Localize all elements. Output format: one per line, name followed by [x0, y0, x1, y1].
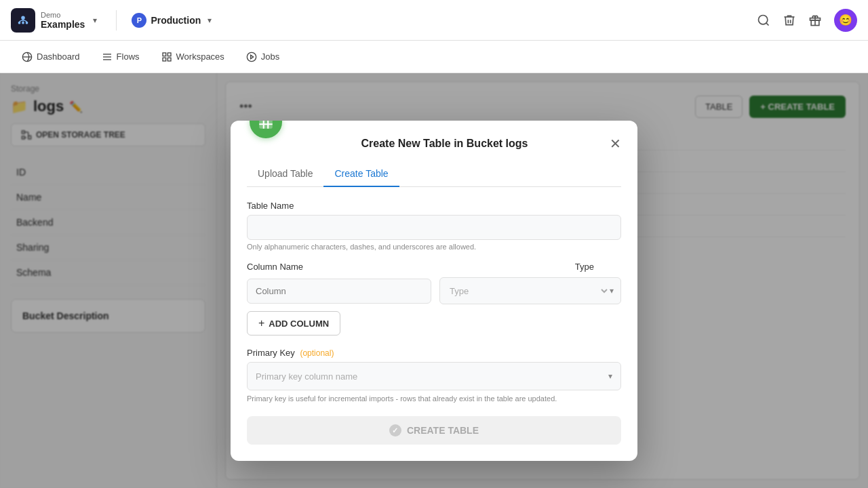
svg-point-1 — [18, 21, 21, 24]
column-row: Type STRING INTEGER FLOAT BOOLEAN ▾ — [247, 277, 621, 304]
workspaces-nav-label: Workspaces — [176, 52, 224, 62]
primary-key-chevron-icon: ▾ — [608, 371, 612, 381]
jobs-nav-label: Jobs — [261, 52, 279, 62]
add-column-plus-icon: + — [258, 317, 264, 329]
modal-title: Create New Table in Bucket logs — [361, 138, 528, 150]
svg-point-0 — [21, 16, 25, 19]
svg-rect-19 — [163, 58, 166, 61]
svg-point-21 — [247, 52, 256, 61]
add-column-button[interactable]: + ADD COLUMN — [247, 311, 340, 336]
primary-key-hint: Primary key is useful for incremental im… — [247, 394, 621, 403]
table-name-label: Table Name — [247, 201, 621, 211]
flows-nav-label: Flows — [117, 52, 140, 62]
modal-tabs: Upload Table Create Table — [247, 161, 621, 187]
modal-header: Create New Table in Bucket logs ✕ — [231, 121, 637, 150]
create-table-modal: Create New Table in Bucket logs ✕ Upload… — [231, 121, 637, 461]
jobs-icon — [246, 52, 257, 62]
nav-demo-label: Demo — [41, 11, 85, 19]
dashboard-nav-label: Dashboard — [37, 52, 80, 62]
table-name-hint: Only alphanumeric characters, dashes, an… — [247, 243, 621, 251]
submit-check-icon: ✓ — [389, 424, 401, 436]
table-name-input[interactable] — [247, 215, 621, 240]
columns-label-row: Column Name Type — [247, 262, 621, 272]
svg-rect-18 — [167, 53, 171, 56]
column-name-label: Column Name — [247, 262, 303, 272]
tab-upload-table[interactable]: Upload Table — [247, 161, 323, 187]
create-table-submit-label: CREATE TABLE — [407, 425, 479, 436]
workspaces-icon — [161, 52, 172, 62]
svg-rect-20 — [167, 58, 171, 61]
env-badge: P — [132, 13, 146, 28]
primary-key-select-wrapper[interactable]: Primary key column name ▾ — [247, 362, 621, 390]
type-select[interactable]: Type STRING INTEGER FLOAT BOOLEAN — [447, 285, 610, 297]
primary-key-section: Primary Key (optional) Primary key colum… — [247, 348, 621, 403]
svg-point-3 — [26, 21, 28, 24]
search-button[interactable] — [757, 14, 770, 27]
column-name-input[interactable] — [247, 279, 431, 304]
optional-badge: (optional) — [300, 348, 334, 358]
svg-line-8 — [766, 22, 769, 25]
type-chevron-icon: ▾ — [610, 286, 614, 296]
dashboard-icon — [22, 52, 33, 62]
tab-create-table[interactable]: Create Table — [323, 161, 399, 187]
nav-right: 😊 — [757, 9, 857, 32]
type-select-wrapper: Type STRING INTEGER FLOAT BOOLEAN ▾ — [439, 277, 621, 304]
nav-brand: Demo Examples — [41, 11, 85, 30]
secondary-nav: Dashboard Flows Workspaces Jobs — [0, 41, 868, 73]
modal-body: Table Name Only alphanumeric characters,… — [231, 187, 637, 461]
modal-footer: ✓ CREATE TABLE — [247, 416, 621, 445]
add-column-btn-label: ADD COLUMN — [269, 319, 329, 329]
svg-line-4 — [20, 20, 24, 22]
nav-env-selector[interactable]: P Production ▾ — [125, 10, 218, 30]
user-avatar[interactable]: 😊 — [834, 9, 857, 32]
svg-rect-17 — [163, 53, 166, 56]
logo-icon — [11, 8, 35, 33]
top-nav: Demo Examples ▾ P Production ▾ 😊 — [0, 0, 868, 41]
type-label: Type — [575, 262, 594, 272]
modal-close-button[interactable]: ✕ — [610, 137, 621, 150]
svg-marker-22 — [251, 55, 254, 58]
nav-divider — [116, 10, 117, 30]
svg-line-6 — [23, 20, 27, 22]
svg-point-2 — [22, 21, 24, 24]
env-chevron-icon: ▾ — [208, 16, 212, 25]
primary-key-placeholder: Primary key column name — [256, 371, 608, 382]
nav-logo[interactable]: Demo Examples ▾ — [11, 8, 97, 33]
flows-nav-item[interactable]: Flows — [94, 47, 148, 66]
trash-button[interactable] — [783, 14, 796, 27]
dashboard-nav-item[interactable]: Dashboard — [14, 47, 88, 66]
create-table-submit-button[interactable]: ✓ CREATE TABLE — [247, 416, 621, 445]
gift-button[interactable] — [808, 14, 822, 27]
nav-brand-label: Examples — [41, 19, 85, 30]
primary-key-label: Primary Key (optional) — [247, 348, 621, 358]
columns-section: Column Name Type Type STRING INTEGER FLO… — [247, 262, 621, 304]
table-modal-icon — [257, 121, 275, 131]
jobs-nav-item[interactable]: Jobs — [238, 47, 288, 66]
flows-icon — [102, 52, 113, 62]
modal-overlay[interactable]: Create New Table in Bucket logs ✕ Upload… — [0, 73, 868, 488]
workspaces-nav-item[interactable]: Workspaces — [153, 47, 233, 66]
env-name-label: Production — [151, 15, 201, 26]
nav-brand-chevron-icon: ▾ — [93, 16, 97, 25]
svg-point-7 — [759, 15, 768, 24]
